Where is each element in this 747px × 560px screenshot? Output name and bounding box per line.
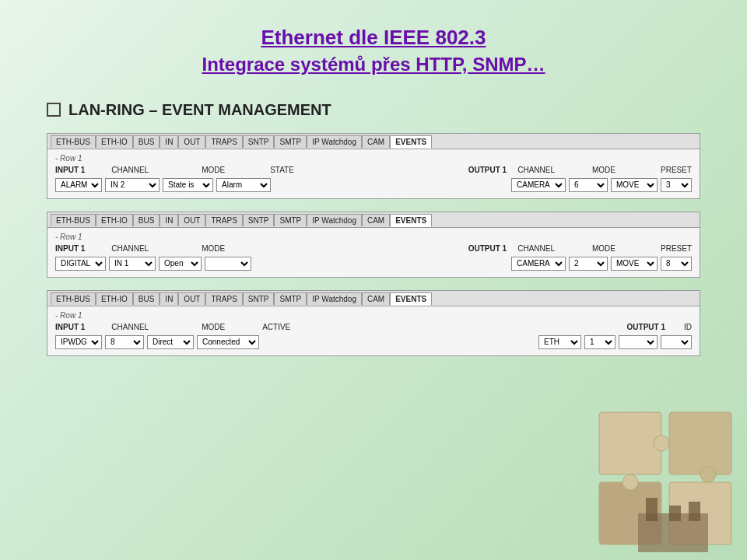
tab-sntp-1[interactable]: SNTP [243,135,275,148]
channel-label-1: CHANNEL [111,166,149,174]
tab-events-3[interactable]: EVENTS [390,292,432,306]
puzzle-decoration [591,404,747,560]
input1-label-3: INPUT 1 [55,323,85,331]
tab-eth-io-1[interactable]: ETH-IO [96,135,133,148]
active-label-3: ACTIVE [262,323,290,331]
output-extra-select-3[interactable] [619,335,658,349]
row-label-1: - Row 1 [55,154,692,163]
state-select-2[interactable] [205,257,251,271]
output-type-select-2[interactable]: CAMERA [511,257,566,271]
svg-rect-10 [689,502,700,521]
tab-eth-bus-1[interactable]: ETH-BUS [51,135,96,148]
tab-cam-1[interactable]: CAM [362,135,390,148]
tab-out-3[interactable]: OUT [178,292,205,305]
output-type-select-3[interactable]: ETH [538,335,581,349]
state-select-1[interactable]: Alarm [216,178,271,192]
tab-eth-bus-3[interactable]: ETH-BUS [51,292,96,305]
mode2-label-2: MODE [592,244,615,253]
preset-label-1: PRESET [661,166,692,174]
svg-rect-0 [599,412,661,474]
tab-eth-bus-2[interactable]: ETH-BUS [51,214,96,226]
tab-bus-2[interactable]: BUS [133,214,160,226]
preset-select-1[interactable]: 3 [661,178,692,192]
headers-row-2: INPUT 1 CHANNEL MODE OUTPUT 1 CHANNEL MO… [55,244,692,254]
tab-out-1[interactable]: OUT [178,135,205,148]
tab-traps-3[interactable]: TRAPS [205,292,242,305]
tab-eth-io-3[interactable]: ETH-IO [96,292,133,305]
fields-row-1: ALARM IN 2 State is Alarm CAMERA 6 MOVE … [55,178,692,192]
row-label-2: - Row 1 [55,233,692,241]
tab-traps-1[interactable]: TRAPS [205,135,242,148]
panel-body-3: - Row 1 INPUT 1 CHANNEL MODE ACTIVE OUTP… [47,306,700,355]
panel-1: ETH-BUS ETH-IO BUS IN OUT TRAPS SNTP SMT… [47,133,700,199]
tab-traps-2[interactable]: TRAPS [205,214,242,226]
svg-point-4 [654,436,669,451]
input1-label: INPUT 1 [55,166,85,174]
mode-select-3[interactable]: Direct [147,335,194,349]
svg-rect-1 [669,412,731,474]
id-label-3: ID [684,323,692,331]
svg-rect-8 [646,498,658,521]
section-title: LAN-RING – EVENT MANAGEMENT [68,101,331,119]
row-label-3: - Row 1 [55,311,692,320]
section-header: LAN-RING – EVENT MANAGEMENT [47,101,700,119]
channel-select-2[interactable]: IN 1 [109,257,156,271]
panel-body-1: - Row 1 INPUT 1 CHANNEL MODE STATE OUTPU… [47,149,700,198]
tab-eth-io-2[interactable]: ETH-IO [96,214,133,226]
output1-label-1: OUTPUT 1 [468,166,507,174]
input-type-select-1[interactable]: ALARM [55,178,102,192]
checkbox-icon [47,103,61,117]
main-content: Ethernet dle IEEE 802.3 Integrace systém… [0,0,747,392]
tab-sntp-3[interactable]: SNTP [243,292,275,305]
ch-label-2: CHANNEL [517,244,555,253]
tab-cam-3[interactable]: CAM [362,292,390,305]
mode-select-1[interactable]: State is [163,178,213,192]
input1-label-2: INPUT 1 [55,244,85,253]
tab-smtp-1[interactable]: SMTP [274,135,307,148]
tab-events-2[interactable]: EVENTS [390,214,432,227]
mode-label-1: MODE [202,166,225,174]
mode-select-2[interactable]: Open [159,257,202,271]
tab-smtp-3[interactable]: SMTP [274,292,307,305]
tab-cam-2[interactable]: CAM [362,214,390,226]
output-type-select-1[interactable]: CAMERA [511,178,566,192]
mode2-label-1: MODE [592,166,615,174]
panel-2: ETH-BUS ETH-IO BUS IN OUT TRAPS SNTP SMT… [47,212,700,278]
tab-ipwatchdog-3[interactable]: IP Watchdog [307,292,362,305]
tab-in-3[interactable]: IN [160,292,178,305]
input-type-select-2[interactable]: DIGITAL [55,257,106,271]
output-channel-select-1[interactable]: 6 [569,178,608,192]
tab-events-1[interactable]: EVENTS [390,135,432,149]
input-type-select-3[interactable]: IPWDG [55,335,102,349]
tab-bus-1[interactable]: BUS [133,135,160,148]
output-mode-select-2[interactable]: MOVE [611,257,658,271]
tab-sntp-2[interactable]: SNTP [243,214,275,226]
output-mode-select-1[interactable]: MOVE [611,178,658,192]
title-section: Ethernet dle IEEE 802.3 Integrace systém… [47,23,700,78]
tab-bar-2: ETH-BUS ETH-IO BUS IN OUT TRAPS SNTP SMT… [47,212,700,228]
preset-select-2[interactable]: 8 [661,257,692,271]
fields-row-3: IPWDG 8 Direct Connected ETH 1 [55,335,692,349]
channel-label-2: CHANNEL [111,244,149,253]
output-extra2-select-3[interactable] [661,335,692,349]
tab-ipwatchdog-1[interactable]: IP Watchdog [307,135,362,148]
ch-label-1: CHANNEL [517,166,555,174]
panel-3: ETH-BUS ETH-IO BUS IN OUT TRAPS SNTP SMT… [47,290,700,356]
tab-out-2[interactable]: OUT [178,214,205,226]
output-channel-select-2[interactable]: 2 [569,257,608,271]
tab-smtp-2[interactable]: SMTP [274,214,307,226]
channel-select-1[interactable]: IN 2 [105,178,160,192]
output-id-select-3[interactable]: 1 [584,335,615,349]
active-select-3[interactable]: Connected [197,335,259,349]
subtitle: Integrace systémů přes HTTP, SNMP… [47,51,700,78]
tab-bus-3[interactable]: BUS [133,292,160,305]
tab-ipwatchdog-2[interactable]: IP Watchdog [307,214,362,226]
tab-bar-1: ETH-BUS ETH-IO BUS IN OUT TRAPS SNTP SMT… [47,134,700,149]
tab-in-1[interactable]: IN [160,135,178,148]
headers-row-1: INPUT 1 CHANNEL MODE STATE OUTPUT 1 CHAN… [55,166,692,176]
state-label-1: STATE [270,166,294,174]
channel-select-3[interactable]: 8 [105,335,144,349]
output1-label-2: OUTPUT 1 [468,244,507,253]
tab-in-2[interactable]: IN [160,214,178,226]
mode-label-2: MODE [202,244,225,253]
